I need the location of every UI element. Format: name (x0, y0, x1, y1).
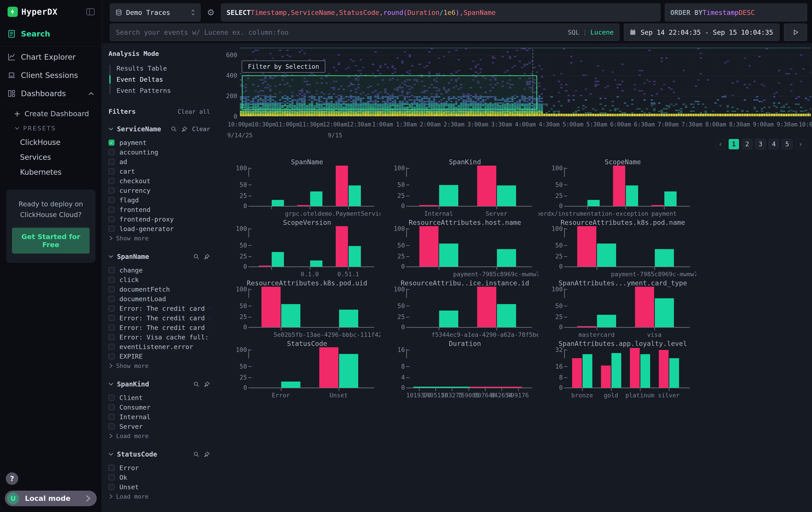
filter-option[interactable]: currency (109, 186, 210, 195)
sql-toggle[interactable]: SQL (568, 28, 579, 36)
checkbox[interactable] (109, 315, 115, 321)
sidebar-item-client-sessions[interactable]: Client Sessions (0, 66, 102, 84)
filter-option[interactable]: click (109, 275, 210, 285)
checkbox[interactable] (109, 286, 115, 292)
checkbox[interactable] (109, 226, 115, 232)
checkbox[interactable]: ✓ (109, 140, 115, 145)
filter-option[interactable]: frontend-proxy (109, 214, 210, 224)
checkbox[interactable] (109, 296, 115, 302)
checkbox[interactable] (109, 484, 115, 490)
presets-toggle[interactable]: PRESETS (0, 122, 102, 135)
ytick-mark (249, 266, 252, 267)
load-more-button[interactable]: Load more (109, 492, 210, 501)
search-icon[interactable] (193, 381, 199, 387)
filter-option[interactable]: ad (109, 157, 210, 166)
checkbox[interactable] (109, 159, 115, 165)
get-started-button[interactable]: Get Started for Free (12, 228, 90, 253)
filter-option[interactable]: Error: The credit card (… (109, 323, 210, 332)
filter-group-header[interactable]: ServiceNameClear (109, 125, 210, 133)
filter-option[interactable]: Error: The credit card (… (109, 313, 210, 323)
filter-option-label: Error: The credit card (… (119, 314, 210, 322)
filter-option[interactable]: flagd (109, 195, 210, 205)
checkbox[interactable] (109, 277, 115, 283)
filter-option[interactable]: Error: The credit card (… (109, 304, 210, 313)
sql-select-editor[interactable]: SELECT Timestamp, ServiceName, StatusCod… (221, 4, 660, 21)
local-mode-menu[interactable]: U Local mode (5, 491, 97, 506)
filter-option[interactable]: frontend (109, 205, 210, 214)
filter-option[interactable]: accounting (109, 147, 210, 157)
filter-option[interactable]: EXPIRE (109, 351, 210, 361)
filter-option[interactable]: Server (109, 422, 210, 431)
checkbox[interactable] (109, 187, 115, 193)
checkbox[interactable] (109, 325, 115, 330)
filter-option[interactable]: Consumer (109, 402, 210, 412)
load-more-button[interactable]: Load more (109, 431, 210, 440)
sidebar-item-dashboards[interactable]: Dashboards (0, 84, 102, 103)
analysis-mode-event-deltas[interactable]: Event Deltas (109, 74, 210, 85)
checkbox[interactable] (109, 334, 115, 340)
help-button[interactable]: ? (6, 473, 18, 485)
filter-option[interactable]: eventListener.error (109, 342, 210, 351)
analysis-mode-event-patterns[interactable]: Event Patterns (109, 85, 210, 96)
checkbox[interactable] (109, 404, 115, 410)
date-range-picker[interactable]: Sep 14 22:04:35 - Sep 15 10:04:35 (624, 24, 780, 41)
checkbox[interactable] (109, 423, 115, 429)
sidebar-item-kubernetes[interactable]: Kubernetes (0, 165, 102, 180)
checkbox[interactable] (109, 465, 115, 471)
pin-icon[interactable] (204, 253, 210, 260)
filter-option[interactable]: change (109, 265, 210, 275)
checkbox[interactable] (109, 267, 115, 273)
checkbox[interactable] (109, 149, 115, 155)
filter-option[interactable]: ✓payment (109, 138, 210, 147)
load-more-button[interactable]: Show more (109, 361, 210, 371)
filter-option[interactable]: Ok (109, 473, 210, 482)
filter-option[interactable]: Unset (109, 482, 210, 492)
filter-option[interactable]: load-generator (109, 224, 210, 234)
run-query-button[interactable] (784, 24, 807, 41)
clear-all-button[interactable]: Clear all (178, 108, 210, 115)
create-dashboard-button[interactable]: + Create Dashboard (0, 106, 102, 122)
checkbox[interactable] (109, 395, 115, 401)
clear-group-button[interactable]: Clear (192, 126, 210, 132)
filter-option[interactable]: documentLoad (109, 294, 210, 304)
filter-group-header[interactable]: StatusCode (109, 450, 210, 458)
filter-group-header[interactable]: SpanName (109, 253, 210, 261)
sidebar-item-clickhouse[interactable]: ClickHouse (0, 135, 102, 150)
checkbox[interactable] (109, 344, 115, 350)
filter-by-selection-button[interactable]: Filter by Selection (242, 60, 325, 73)
checkbox[interactable] (109, 414, 115, 420)
checkbox[interactable] (109, 168, 115, 174)
checkbox[interactable] (109, 197, 115, 203)
search-icon[interactable] (193, 253, 199, 260)
lucene-toggle[interactable]: Lucene (590, 28, 614, 36)
filter-option[interactable]: cart (109, 166, 210, 176)
source-select[interactable]: Demo Traces (110, 4, 201, 21)
pin-icon[interactable] (181, 126, 188, 132)
checkbox[interactable] (109, 178, 115, 184)
checkbox[interactable] (109, 353, 115, 359)
sidebar-item-search[interactable]: Search (0, 23, 102, 45)
checkbox[interactable] (109, 216, 115, 222)
filter-option[interactable]: Internal (109, 412, 210, 422)
analysis-mode-results-table[interactable]: Results Table (109, 63, 210, 74)
search-icon[interactable] (171, 126, 177, 132)
search-icon[interactable] (193, 451, 199, 457)
gear-icon[interactable]: ⚙ (205, 4, 216, 21)
filter-option[interactable]: Error (109, 463, 210, 473)
filter-option[interactable]: documentFetch (109, 285, 210, 294)
sidebar-collapse-icon[interactable] (86, 8, 95, 16)
pin-icon[interactable] (204, 381, 210, 387)
filter-group-header[interactable]: SpanKind (109, 380, 210, 388)
order-by-editor[interactable]: ORDER BY Timestamp DESC (665, 4, 807, 21)
pin-icon[interactable] (204, 451, 210, 457)
filter-option[interactable]: checkout (109, 176, 210, 186)
sidebar-item-chart-explorer[interactable]: Chart Explorer (0, 48, 102, 66)
load-more-button[interactable]: Show more (109, 234, 210, 243)
checkbox[interactable] (109, 305, 115, 312)
sidebar-item-services[interactable]: Services (0, 150, 102, 165)
filter-option[interactable]: Error: Visa cache full: … (109, 332, 210, 342)
search-input[interactable] (110, 24, 619, 41)
filter-option[interactable]: Client (109, 393, 210, 402)
checkbox[interactable] (109, 207, 115, 213)
checkbox[interactable] (109, 475, 115, 480)
